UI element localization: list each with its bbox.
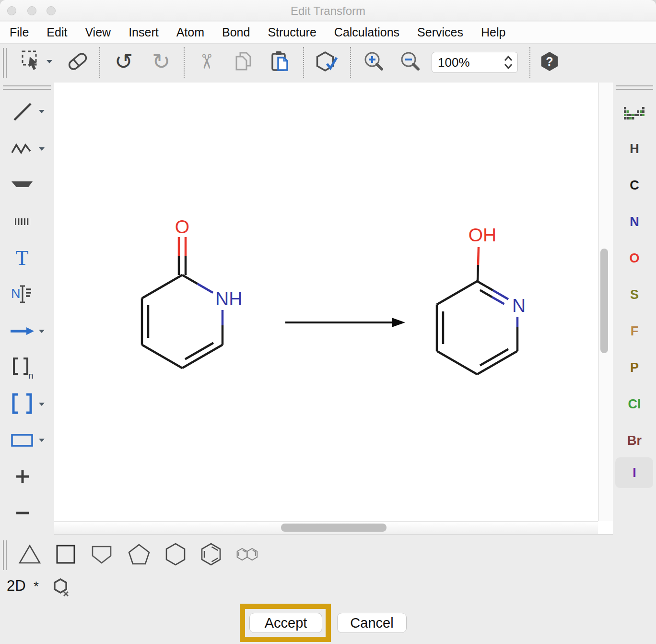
zoom-in-button[interactable]	[363, 50, 386, 73]
redo-icon: ↻	[152, 50, 171, 72]
wildcard-atom-button[interactable]: *	[34, 579, 39, 594]
select-tool-button[interactable]	[21, 50, 44, 73]
text-tool-icon: T	[16, 248, 29, 269]
menu-bond[interactable]: Bond	[222, 25, 250, 39]
help-button[interactable]: ?	[538, 50, 561, 73]
hashed-bond-tool-button[interactable]	[9, 208, 35, 235]
element-p-button[interactable]: P	[621, 354, 648, 381]
reactant-structure[interactable]: O NH	[142, 216, 242, 368]
bond-tool-button[interactable]	[9, 98, 35, 125]
pentagon-ring-icon	[126, 541, 152, 568]
periodic-table-icon	[624, 107, 645, 120]
element-h-button[interactable]: H	[621, 135, 648, 162]
template-cyclopropane-button[interactable]	[16, 541, 43, 568]
eraser-icon	[66, 50, 89, 73]
brackets-tool-button[interactable]	[9, 391, 35, 417]
rectangle-tool-button[interactable]	[9, 427, 35, 453]
template-cyclopentane-button[interactable]	[126, 541, 152, 568]
template-open-pentagon-button[interactable]	[88, 541, 115, 568]
toolbar-drag-handle[interactable]	[3, 48, 7, 78]
element-c-button[interactable]: C	[621, 172, 648, 199]
bond-tool-dropdown-caret[interactable]	[38, 109, 45, 114]
menu-calculations[interactable]: Calculations	[334, 25, 399, 39]
toolbar-separator	[99, 47, 100, 78]
menu-view[interactable]: View	[85, 25, 111, 39]
accept-button[interactable]: Accept	[249, 613, 322, 633]
window-title: Edit Transform	[0, 4, 656, 18]
element-br-button[interactable]: Br	[621, 427, 648, 454]
undo-button[interactable]: ↺	[112, 50, 135, 73]
benzene-ring-icon	[198, 541, 224, 568]
element-f-button[interactable]: F	[621, 318, 648, 345]
brackets-icon	[10, 392, 35, 417]
select-tool-dropdown-caret[interactable]	[46, 60, 53, 64]
brackets-tool-dropdown-caret[interactable]	[38, 402, 45, 406]
menu-insert[interactable]: Insert	[129, 25, 159, 39]
chain-icon	[10, 136, 35, 161]
left-toolbar-drag-handle[interactable]	[3, 85, 51, 90]
bold-bond-tool-button[interactable]	[9, 171, 35, 198]
cancel-button[interactable]: Cancel	[337, 613, 407, 633]
drawing-canvas[interactable]: O NH	[54, 83, 598, 521]
hexagon-ring-icon	[162, 541, 189, 568]
toolbar-separator	[529, 47, 530, 78]
zoom-level-value: 100%	[438, 55, 470, 70]
copy-icon	[233, 50, 255, 72]
scrollbar-corner	[598, 521, 613, 535]
element-i-button[interactable]: I	[621, 459, 648, 486]
svg-text:n: n	[28, 370, 34, 381]
template-naphthalene-button[interactable]	[234, 541, 261, 568]
periodic-table-button[interactable]	[621, 100, 648, 127]
decrease-charge-button[interactable]	[9, 500, 35, 526]
menu-atom[interactable]: Atom	[176, 25, 204, 39]
increase-charge-button[interactable]	[9, 463, 35, 490]
cut-button[interactable]: ✂	[195, 50, 218, 73]
triangle-ring-icon	[16, 541, 43, 568]
chain-tool-button[interactable]	[9, 135, 35, 162]
undo-icon: ↺	[115, 50, 133, 72]
naphthalene-ring-icon	[234, 541, 261, 568]
template-cyclohexane-button[interactable]	[162, 541, 189, 568]
arrow-tool-dropdown-caret[interactable]	[38, 329, 45, 334]
rectangle-tool-dropdown-caret[interactable]	[38, 438, 45, 442]
copy-button[interactable]	[232, 50, 255, 73]
template-cyclobutane-button[interactable]	[52, 541, 79, 568]
chain-tool-dropdown-caret[interactable]	[38, 147, 45, 151]
check-structure-button[interactable]	[316, 50, 339, 73]
atom-tool-button[interactable]: N	[9, 281, 35, 308]
menu-file[interactable]: File	[10, 25, 29, 39]
menu-structure[interactable]: Structure	[268, 25, 316, 39]
horizontal-scrollbar-thumb[interactable]	[281, 524, 387, 532]
menu-help[interactable]: Help	[481, 25, 505, 39]
zoom-stepper-icon[interactable]	[503, 55, 514, 70]
toolbar-separator	[184, 47, 185, 78]
zoom-level-select[interactable]: 100%	[432, 52, 518, 73]
vertical-scrollbar-thumb[interactable]	[600, 249, 608, 353]
element-o-button[interactable]: O	[621, 245, 648, 272]
edit-transform-window: Edit Transform File Edit View Insert Ato…	[0, 0, 656, 644]
reaction-scheme: O NH	[54, 83, 598, 521]
erase-button[interactable]	[66, 50, 89, 73]
element-toolbar-drag-handle[interactable]	[616, 85, 653, 90]
text-tool-button[interactable]: T	[9, 245, 35, 272]
element-n-button[interactable]: N	[621, 208, 648, 235]
redo-button[interactable]: ↻	[150, 50, 173, 73]
clean-structure-button[interactable]	[53, 577, 71, 597]
menu-edit[interactable]: Edit	[47, 25, 67, 39]
element-s-button[interactable]: S	[621, 281, 648, 308]
repeat-group-tool-button[interactable]: n	[9, 354, 35, 381]
zoom-in-icon	[363, 50, 386, 73]
reaction-arrow[interactable]	[285, 318, 405, 327]
zoom-out-button[interactable]	[399, 50, 422, 73]
paste-button[interactable]	[269, 50, 292, 73]
template-benzene-button[interactable]	[198, 541, 224, 568]
reaction-arrow-tool-button[interactable]	[9, 318, 35, 345]
element-cl-button[interactable]: Cl	[621, 391, 648, 417]
dimension-toggle[interactable]: 2D	[7, 577, 26, 595]
hashed-bond-icon	[10, 209, 35, 234]
svg-text:N: N	[11, 286, 21, 301]
menu-services[interactable]: Services	[417, 25, 463, 39]
template-toolbar-drag-handle[interactable]	[3, 540, 7, 570]
product-structure[interactable]: OH N	[437, 225, 526, 374]
menubar: File Edit View Insert Atom Bond Structur…	[0, 22, 656, 43]
